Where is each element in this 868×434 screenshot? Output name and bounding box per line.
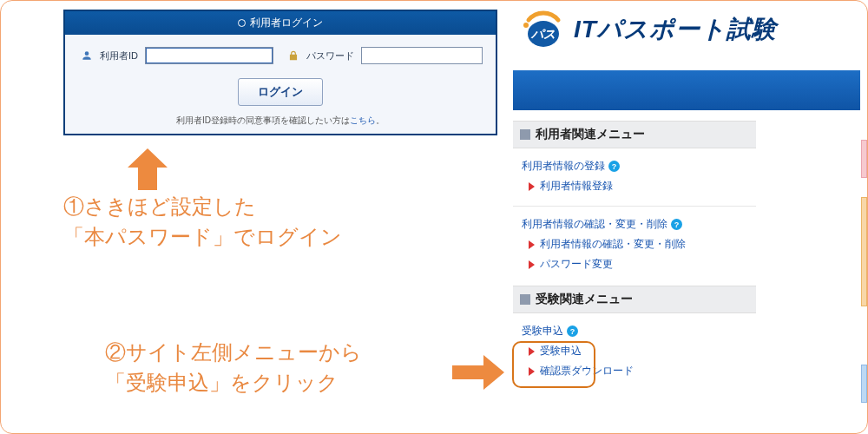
instruction-2: ②サイト左側メニューから 「受験申込」をクリック [105,338,362,398]
menu-header-user-text: 利用者関連メニュー [536,127,645,142]
arrow-right-annotation-icon [452,355,504,390]
login-row: 利用者ID パスワード [81,47,480,64]
side-tab-blue [861,365,867,403]
instruction-1: ①さきほど設定した 「本パスワード」でログイン [63,192,342,253]
square-icon [520,129,530,140]
help-icon[interactable]: ? [608,161,620,172]
section-title-apply: 受験申込? [522,324,756,339]
lock-icon [287,49,299,62]
instruction-2-line1: ②サイト左側メニューから [105,338,362,368]
password-input[interactable] [361,47,483,64]
triangle-icon [529,260,535,269]
nav-bar [513,70,860,110]
list-item: 利用者情報登録 [529,179,756,194]
link-user-register[interactable]: 利用者情報登録 [540,179,613,194]
user-menu-block: 利用者関連メニュー 利用者情報の登録? 利用者情報登録 利用者情報の確認・変更・… [513,121,756,272]
user-icon [81,49,93,62]
highlight-circle-annotation [512,341,595,388]
login-note-pre: 利用者ID登録時の同意事項を確認したい方は [176,115,350,125]
help-icon[interactable]: ? [567,326,578,337]
login-note-post: 。 [376,115,385,125]
side-tab-pink [861,140,867,178]
right-panel: パス ITパスポート試験 利用者関連メニュー 利用者情報の登録? 利用者情報登録… [513,8,860,384]
help-icon[interactable]: ? [671,219,682,230]
instruction-1-line2: 「本パスワード」でログイン [63,222,342,253]
section-title-register-text: 利用者情報の登録 [522,159,605,174]
bullet-icon [238,19,246,27]
section-title-apply-text: 受験申込 [522,324,563,339]
site-title-block: パス ITパスポート試験 [522,8,860,51]
triangle-icon [529,240,535,249]
side-tab-orange [861,197,867,306]
menu-header-exam: 受験関連メニュー [513,286,756,313]
login-button[interactable]: ログイン [238,78,323,106]
login-header: 利用者ログイン [65,11,496,35]
login-note: 利用者ID登録時の同意事項を確認したい方はこちら。 [81,115,480,127]
logo-icon: パス [522,8,565,51]
section-title-confirm-text: 利用者情報の確認・変更・削除 [522,217,667,232]
link-password-change[interactable]: パスワード変更 [540,257,613,272]
section-title-confirm: 利用者情報の確認・変更・削除? [522,217,756,232]
menu-header-user: 利用者関連メニュー [513,121,756,148]
login-box: 利用者ログイン 利用者ID パスワード ログイン 利用者ID登録時の同意事項を確… [63,10,497,135]
triangle-icon [529,182,535,191]
list-item: 利用者情報の確認・変更・削除 [529,237,756,252]
link-user-confirm[interactable]: 利用者情報の確認・変更・削除 [540,237,686,252]
site-title-text: ITパスポート試験 [574,13,777,46]
user-id-label: 利用者ID [100,49,138,62]
svg-text:パス: パス [530,27,556,41]
section-title-register: 利用者情報の登録? [522,159,756,174]
arrow-up-annotation-icon [128,148,168,190]
login-note-link[interactable]: こちら [350,115,376,125]
menu-header-exam-text: 受験関連メニュー [536,292,633,307]
user-id-input[interactable] [145,47,273,64]
login-header-text: 利用者ログイン [250,16,323,29]
divider [513,206,756,207]
password-label: パスワード [306,49,354,62]
login-body: 利用者ID パスワード ログイン 利用者ID登録時の同意事項を確認したい方はこち… [65,35,496,134]
instruction-1-line1: ①さきほど設定した [63,192,342,222]
list-item: パスワード変更 [529,257,756,272]
square-icon [520,294,530,305]
instruction-2-line2: 「受験申込」をクリック [105,368,362,398]
svg-point-0 [523,23,529,28]
